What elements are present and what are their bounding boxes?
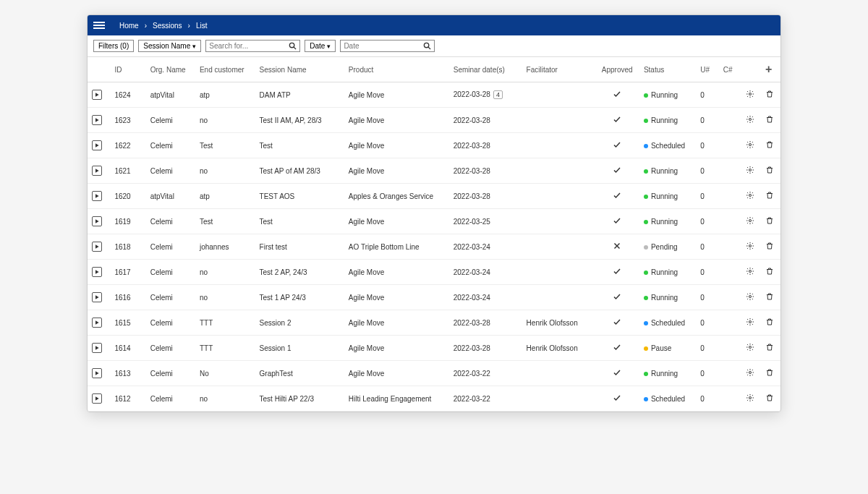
trash-icon[interactable] <box>765 166 774 174</box>
expand-row-button[interactable] <box>92 191 102 201</box>
col-product[interactable]: Product <box>344 57 449 82</box>
cell-endc: no <box>195 285 255 310</box>
cell-endc: TTT <box>195 336 255 361</box>
expand-row-button[interactable] <box>92 393 102 404</box>
chevron-right-icon: › <box>145 22 147 30</box>
gear-icon[interactable] <box>746 393 754 402</box>
trash-icon[interactable] <box>765 267 774 276</box>
search-input[interactable] <box>206 41 286 51</box>
gear-icon[interactable] <box>746 368 754 377</box>
cell-id: 1620 <box>110 184 145 209</box>
search-icon[interactable] <box>420 41 434 51</box>
trash-icon[interactable] <box>765 318 774 326</box>
col-status[interactable]: Status <box>639 57 696 82</box>
cell-endc: no <box>195 108 255 133</box>
cell-endc: johannes <box>195 234 255 260</box>
date-input[interactable] <box>341 41 420 51</box>
cell-fac <box>522 82 595 108</box>
search-icon[interactable] <box>286 41 299 51</box>
cell-endc: atp <box>195 82 255 108</box>
cell-status: Running <box>639 184 696 209</box>
cell-date: 2022-03-24 <box>449 285 522 310</box>
cell-product: Agile Move <box>344 82 449 108</box>
trash-icon[interactable] <box>765 393 774 402</box>
col-session[interactable]: Session Name <box>255 57 344 82</box>
expand-row-button[interactable] <box>92 216 102 226</box>
cell-us: 0 <box>696 234 718 260</box>
gear-icon[interactable] <box>746 216 754 225</box>
gear-icon[interactable] <box>746 292 754 301</box>
expand-row-button[interactable] <box>92 368 102 378</box>
table-row: 1613 Celemi No GraphTest Agile Move 2022… <box>88 361 780 386</box>
status-dot-icon <box>644 346 648 351</box>
gear-icon[interactable] <box>746 343 754 352</box>
session-name-dropdown[interactable]: Session Name <box>138 40 201 52</box>
cell-session: TEST AOS <box>255 184 344 209</box>
status-dot-icon <box>644 271 648 275</box>
trash-icon[interactable] <box>765 140 774 149</box>
cell-org: Celemi <box>146 234 195 260</box>
trash-icon[interactable] <box>765 90 774 98</box>
svg-marker-22 <box>95 295 99 299</box>
expand-row-button[interactable] <box>92 343 102 353</box>
cell-session: Test II AM, AP, 28/3 <box>255 108 344 133</box>
expand-row-button[interactable] <box>92 267 102 277</box>
cell-org: Celemi <box>146 158 195 184</box>
gear-icon[interactable] <box>746 140 754 149</box>
gear-icon[interactable] <box>746 90 754 98</box>
expand-row-button[interactable] <box>92 292 102 302</box>
table-row: 1619 Celemi Test Test Agile Move 2022-03… <box>88 209 780 234</box>
col-dates[interactable]: Seminar date(s) <box>449 57 522 82</box>
svg-marker-6 <box>95 118 99 122</box>
cell-ce <box>719 209 741 234</box>
col-endc[interactable]: End customer <box>195 57 255 82</box>
gear-icon[interactable] <box>746 318 754 326</box>
svg-marker-12 <box>95 194 99 197</box>
cell-id: 1612 <box>110 386 145 412</box>
col-ce[interactable]: C# <box>719 57 741 82</box>
cell-session: Session 2 <box>255 310 344 336</box>
trash-icon[interactable] <box>765 216 774 225</box>
cell-org: Celemi <box>146 133 195 158</box>
menu-icon[interactable] <box>93 20 105 31</box>
gear-icon[interactable] <box>746 242 754 250</box>
trash-icon[interactable] <box>765 343 774 352</box>
col-us[interactable]: U# <box>696 57 718 82</box>
expand-row-button[interactable] <box>92 318 102 328</box>
breadcrumb-home[interactable]: Home <box>119 22 139 30</box>
table-row: 1622 Celemi Test Test Agile Move 2022-03… <box>88 133 780 158</box>
trash-icon[interactable] <box>765 242 774 250</box>
trash-icon[interactable] <box>765 292 774 301</box>
expand-row-button[interactable] <box>92 166 102 176</box>
trash-icon[interactable] <box>765 115 774 124</box>
cell-fac <box>522 209 595 234</box>
add-button[interactable]: + <box>765 63 772 75</box>
gear-icon[interactable] <box>746 267 754 276</box>
status-dot-icon <box>644 245 648 250</box>
col-id[interactable]: ID <box>110 57 145 82</box>
cell-fac <box>522 386 595 412</box>
date-count-badge: 4 <box>493 90 503 99</box>
check-icon <box>613 292 621 301</box>
svg-marker-14 <box>95 219 99 223</box>
breadcrumb-list[interactable]: List <box>196 22 208 30</box>
check-icon <box>613 90 621 98</box>
col-fac[interactable]: Facilitator <box>522 57 595 82</box>
gear-icon[interactable] <box>746 191 754 200</box>
expand-row-button[interactable] <box>92 90 102 100</box>
expand-row-button[interactable] <box>92 242 102 252</box>
gear-icon[interactable] <box>746 115 754 124</box>
cell-endc: no <box>195 386 255 412</box>
date-dropdown[interactable]: Date <box>305 40 336 52</box>
cell-product: Agile Move <box>344 133 449 158</box>
expand-row-button[interactable] <box>92 140 102 150</box>
status-dot-icon <box>644 144 648 148</box>
breadcrumb-sessions[interactable]: Sessions <box>153 22 182 30</box>
trash-icon[interactable] <box>765 191 774 200</box>
filters-button[interactable]: Filters (0) <box>93 40 134 52</box>
expand-row-button[interactable] <box>92 115 102 125</box>
col-org[interactable]: Org. Name <box>146 57 195 82</box>
gear-icon[interactable] <box>746 166 754 174</box>
trash-icon[interactable] <box>765 368 774 377</box>
col-approved[interactable]: Approved <box>595 57 639 82</box>
